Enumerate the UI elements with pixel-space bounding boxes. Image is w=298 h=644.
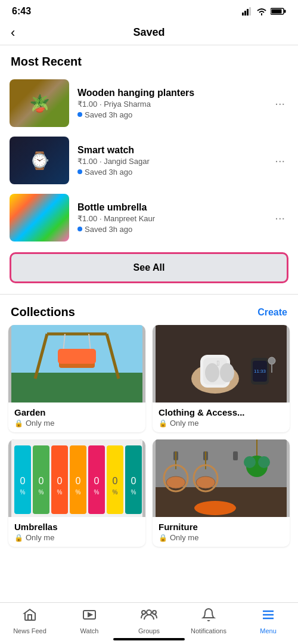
svg-rect-8 bbox=[11, 373, 142, 402]
privacy-label: Only me bbox=[170, 533, 198, 542]
svg-text:0: 0 bbox=[94, 476, 100, 486]
menu-icon bbox=[261, 608, 275, 626]
lock-icon: 🔒 bbox=[159, 534, 167, 542]
privacy-label: Only me bbox=[26, 533, 54, 542]
svg-text:0: 0 bbox=[113, 476, 118, 486]
watch-nav-icon bbox=[82, 608, 97, 626]
item-saved: Saved 3h ago bbox=[77, 168, 263, 177]
most-recent-title: Most Recent bbox=[0, 45, 298, 75]
saved-time: Saved 3h ago bbox=[85, 225, 132, 234]
svg-text:%: % bbox=[76, 489, 81, 496]
svg-point-66 bbox=[194, 501, 236, 515]
more-options-button[interactable]: ··· bbox=[271, 151, 288, 170]
blue-dot-icon bbox=[77, 227, 82, 231]
item-title: Wooden hanging planters bbox=[77, 88, 263, 98]
collection-image-bottles: 0 % 0 % 0 % 0 % bbox=[8, 439, 145, 517]
signal-icon bbox=[242, 7, 253, 16]
status-time: 6:43 bbox=[12, 6, 31, 17]
section-divider bbox=[0, 294, 298, 295]
svg-point-71 bbox=[153, 611, 156, 614]
svg-point-58 bbox=[166, 476, 185, 488]
item-info: Smart watch ₹1.00 · Jangid Sagar Saved 3… bbox=[77, 145, 263, 177]
see-all-button[interactable]: See All bbox=[10, 252, 288, 283]
item-image-planter: 🪴 bbox=[10, 79, 69, 127]
item-image-watch: ⌚ bbox=[10, 137, 69, 184]
nav-groups[interactable]: Groups bbox=[119, 608, 179, 634]
nav-menu[interactable]: Menu bbox=[238, 608, 298, 634]
svg-text:%: % bbox=[113, 489, 118, 496]
privacy-label: Only me bbox=[26, 419, 54, 428]
watch-image-visual: ⌚ bbox=[10, 137, 69, 184]
collection-info: Clothing & Access... 🔒 Only me bbox=[153, 402, 290, 432]
privacy-label: Only me bbox=[170, 419, 198, 428]
svg-rect-0 bbox=[242, 13, 244, 16]
blue-dot-icon bbox=[77, 112, 82, 117]
see-all-wrapper: See All bbox=[0, 246, 298, 292]
chairs-svg bbox=[153, 439, 290, 517]
item-price: ₹1.00 · Manpreet Kaur bbox=[77, 214, 263, 223]
wifi-icon bbox=[256, 7, 267, 16]
svg-point-70 bbox=[142, 611, 145, 614]
list-item[interactable]: Bottle umbrella ₹1.00 · Manpreet Kaur Sa… bbox=[0, 189, 298, 246]
lock-icon: 🔒 bbox=[14, 534, 23, 542]
svg-rect-2 bbox=[247, 9, 249, 16]
collection-info: Furniture 🔒 Only me bbox=[153, 517, 290, 547]
collection-info: Garden 🔒 Only me bbox=[8, 402, 145, 432]
clothing-svg:  11:33 bbox=[153, 325, 290, 402]
svg-text:%: % bbox=[57, 489, 63, 496]
bottles-svg: 0 % 0 % 0 % 0 % bbox=[8, 439, 145, 517]
back-button[interactable]: ‹ bbox=[11, 25, 15, 41]
svg-rect-55 bbox=[233, 451, 238, 460]
item-price: ₹1.00 · Jangid Sagar bbox=[77, 157, 263, 166]
collections-grid: Garden 🔒 Only me bbox=[0, 325, 298, 554]
garden-svg bbox=[8, 325, 145, 402]
collection-privacy: 🔒 Only me bbox=[14, 419, 139, 428]
svg-text:0: 0 bbox=[39, 476, 44, 486]
svg-text:%: % bbox=[39, 489, 44, 496]
collection-privacy: 🔒 Only me bbox=[159, 533, 284, 542]
main-content: Most Recent 🪴 Wooden hanging planters ₹1… bbox=[0, 45, 298, 602]
svg-text:0: 0 bbox=[57, 476, 63, 486]
home-indicator bbox=[113, 638, 185, 640]
collection-card-umbrellas[interactable]: 0 % 0 % 0 % 0 % bbox=[8, 439, 145, 547]
saved-time: Saved 3h ago bbox=[85, 168, 132, 177]
more-options-button[interactable]: ··· bbox=[271, 94, 288, 113]
svg-rect-6 bbox=[272, 10, 282, 14]
item-price: ₹1.00 · Priya Sharma bbox=[77, 100, 263, 109]
page-title: Saved bbox=[133, 26, 164, 39]
collection-card-garden[interactable]: Garden 🔒 Only me bbox=[8, 325, 145, 432]
collection-name: Furniture bbox=[159, 522, 284, 532]
lock-icon: 🔒 bbox=[159, 419, 167, 428]
svg-marker-68 bbox=[88, 613, 92, 617]
nav-notifications[interactable]: Notifications bbox=[179, 608, 238, 634]
nav-watch[interactable]: Watch bbox=[60, 608, 119, 634]
svg-text:%: % bbox=[94, 489, 100, 496]
svg-text:%: % bbox=[131, 489, 136, 496]
collection-privacy: 🔒 Only me bbox=[14, 533, 139, 542]
collection-info: Umbrellas 🔒 Only me bbox=[8, 517, 145, 547]
create-collection-button[interactable]: Create bbox=[257, 307, 287, 318]
blue-dot-icon bbox=[77, 169, 82, 174]
svg-text::  bbox=[217, 359, 219, 367]
svg-rect-15 bbox=[58, 349, 96, 364]
collection-card-clothing[interactable]:  11:33 Clothing & Access... 🔒 Only bbox=[153, 325, 290, 432]
list-item[interactable]: 🪴 Wooden hanging planters ₹1.00 · Priya … bbox=[0, 75, 298, 132]
item-image-umbrella bbox=[10, 194, 69, 242]
item-saved: Saved 3h ago bbox=[77, 225, 263, 234]
nav-news-feed[interactable]: News Feed bbox=[0, 608, 60, 634]
more-options-button[interactable]: ··· bbox=[271, 209, 288, 227]
collection-name: Garden bbox=[14, 407, 139, 417]
svg-point-21 bbox=[220, 363, 234, 382]
svg-point-64 bbox=[244, 456, 256, 468]
nav-label-notifications: Notifications bbox=[191, 627, 226, 634]
status-icons bbox=[242, 7, 286, 16]
svg-text:0: 0 bbox=[131, 476, 136, 486]
nav-label-groups: Groups bbox=[138, 627, 160, 634]
collection-card-furniture[interactable]: Furniture 🔒 Only me bbox=[153, 439, 290, 547]
item-title: Smart watch bbox=[77, 145, 263, 156]
list-item[interactable]: ⌚ Smart watch ₹1.00 · Jangid Sagar Saved… bbox=[0, 132, 298, 189]
item-info: Bottle umbrella ₹1.00 · Manpreet Kaur Sa… bbox=[77, 202, 263, 234]
collection-name: Umbrellas bbox=[14, 522, 139, 532]
collection-privacy: 🔒 Only me bbox=[159, 419, 284, 428]
svg-text:11:33: 11:33 bbox=[254, 369, 266, 374]
